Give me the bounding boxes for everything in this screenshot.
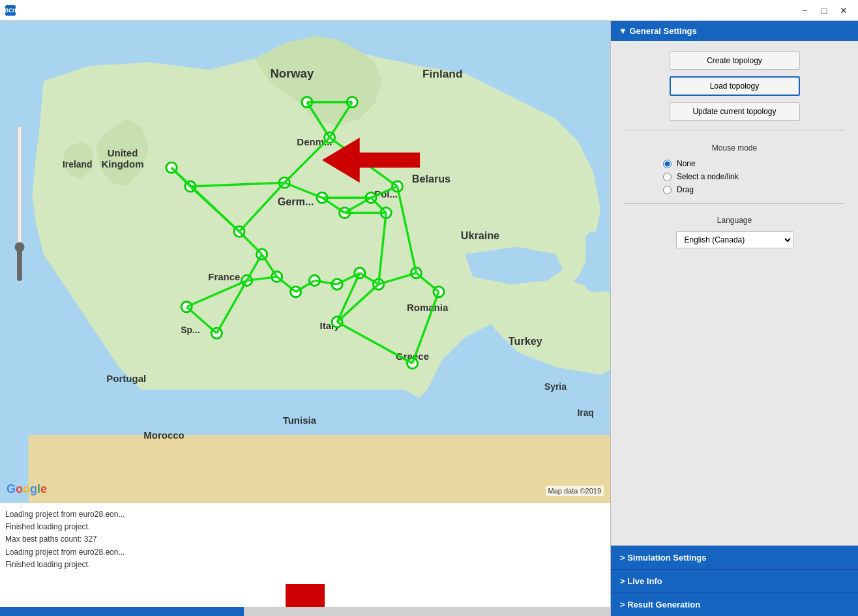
log-line-1: Loading project from euro28.eon... [5, 508, 605, 521]
radio-none-item[interactable]: None [663, 159, 845, 168]
language-select[interactable]: English (Canada) [676, 231, 793, 248]
radio-none-label: None [677, 159, 696, 168]
language-label: Language [624, 216, 845, 225]
svg-text:Romania: Romania [407, 302, 449, 313]
result-generation-section[interactable]: > Result Generation [611, 593, 858, 616]
svg-text:Ukraine: Ukraine [461, 229, 499, 241]
load-topology-button[interactable]: Load topology [670, 76, 800, 96]
svg-text:Sp...: Sp... [181, 325, 200, 335]
svg-text:Belarus: Belarus [412, 173, 451, 184]
log-area: Loading project from euro28.eon... Finis… [0, 503, 610, 607]
google-g1: G [7, 482, 16, 495]
log-line-2: Finished loading project. [5, 521, 605, 533]
log-line-3: Max best paths count: 327 [5, 533, 605, 546]
divider-2 [624, 203, 845, 204]
google-g2: g [30, 482, 37, 495]
svg-text:Ireland: Ireland [63, 159, 92, 169]
right-panel: ▼ General Settings Create topology Load … [610, 21, 858, 616]
svg-marker-87 [279, 584, 331, 607]
map-container[interactable]: Norway Finland United Kingdom Ireland De… [0, 21, 610, 503]
svg-text:Portugal: Portugal [106, 373, 146, 384]
divider-1 [624, 130, 845, 130]
google-logo: Google [7, 482, 47, 496]
mouse-mode-label: Mouse mode [624, 143, 845, 153]
radio-group: None Select a node/link Drag [624, 159, 845, 194]
title-bar: BCIt − □ ✕ [0, 0, 858, 21]
progress-bar-container [0, 607, 610, 616]
panel-content: Create topology Load topology Update cur… [611, 41, 858, 546]
google-o2: o [23, 482, 30, 495]
svg-text:Morocco: Morocco [143, 430, 185, 441]
radio-drag-label: Drag [677, 185, 694, 194]
title-bar-controls: − □ ✕ [795, 1, 853, 20]
google-e: e [40, 482, 47, 495]
progress-bar [0, 607, 244, 616]
main-content: Norway Finland United Kingdom Ireland De… [0, 21, 858, 616]
zoom-slider-container [13, 125, 26, 282]
update-topology-button[interactable]: Update current topology [670, 102, 800, 121]
zoom-slider[interactable] [13, 125, 26, 282]
create-topology-button[interactable]: Create topology [670, 51, 800, 70]
svg-text:United: United [108, 147, 138, 158]
svg-text:Iraq: Iraq [577, 407, 593, 418]
radio-select-input[interactable] [663, 173, 672, 181]
radio-drag-item[interactable]: Drag [663, 185, 845, 194]
maximize-button[interactable]: □ [815, 1, 833, 20]
svg-text:Kingdom: Kingdom [101, 158, 143, 169]
app-icon: BCIt [5, 5, 16, 16]
svg-text:Germ...: Germ... [278, 196, 314, 207]
svg-text:Norway: Norway [270, 66, 314, 80]
svg-text:Finland: Finland [422, 67, 463, 80]
close-button[interactable]: ✕ [835, 1, 853, 20]
general-settings-title: ▼ General Settings [619, 26, 697, 36]
google-o1: o [16, 482, 23, 495]
panel-footer: > Simulation Settings > Live Info > Resu… [611, 546, 858, 616]
map-svg: Norway Finland United Kingdom Ireland De… [0, 21, 610, 503]
map-area: Norway Finland United Kingdom Ireland De… [0, 21, 610, 616]
svg-text:Turkey: Turkey [509, 335, 542, 347]
simulation-settings-section[interactable]: > Simulation Settings [611, 546, 858, 569]
svg-text:France: France [208, 271, 240, 282]
svg-text:Tunisia: Tunisia [283, 415, 317, 426]
log-line-5: Finished loading project. [5, 559, 605, 571]
radio-none-input[interactable] [663, 160, 672, 168]
down-arrow-icon [279, 584, 331, 607]
map-credit: Map data ©2019 [546, 486, 604, 496]
svg-text:Syria: Syria [544, 381, 567, 392]
svg-rect-1 [585, 231, 608, 291]
minimize-button[interactable]: − [795, 1, 814, 20]
radio-select-label: Select a node/link [677, 172, 739, 181]
log-line-4: Loading project from euro28.eon... [5, 546, 605, 559]
radio-drag-input[interactable] [663, 186, 672, 194]
title-bar-left: BCIt [5, 5, 16, 16]
radio-select-item[interactable]: Select a node/link [663, 172, 845, 181]
live-info-section[interactable]: > Live Info [611, 569, 858, 593]
panel-header: ▼ General Settings [611, 21, 858, 41]
